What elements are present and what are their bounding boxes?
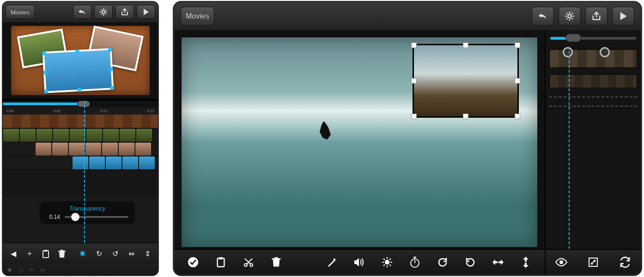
brightness-tool[interactable]: ✺ — [77, 248, 88, 260]
resize-handle[interactable] — [515, 114, 520, 119]
settings-button[interactable] — [94, 5, 113, 19]
magic-wand-icon — [326, 257, 337, 268]
track-divider — [549, 96, 637, 97]
time-ruler: 0:00 0:05 0:10 0:15 — [3, 107, 158, 114]
resize-handle[interactable] — [411, 78, 417, 84]
back-button[interactable]: Movies — [6, 5, 35, 19]
svg-rect-2 — [44, 250, 47, 252]
track-background[interactable] — [3, 114, 158, 128]
confirm-tool[interactable] — [186, 255, 200, 269]
overlay-photo-selected[interactable] — [43, 48, 114, 93]
trash-tool[interactable] — [269, 255, 283, 269]
resize-handle[interactable] — [411, 42, 417, 48]
scrubber[interactable] — [3, 101, 158, 107]
side-track[interactable] — [549, 74, 637, 88]
back-tool[interactable]: ◀ — [7, 248, 19, 260]
video-preview[interactable] — [182, 37, 537, 247]
clipboard-icon — [216, 256, 226, 268]
svg-point-3 — [568, 14, 571, 18]
eye-icon — [555, 258, 568, 266]
clipboard-icon — [42, 249, 50, 259]
player-toolbar — [174, 249, 545, 275]
slider-knob[interactable] — [71, 213, 79, 221]
transparency-panel: Transparency 0.14 — [40, 201, 135, 224]
secondary-toolbar: ◉▢✂▭ — [3, 264, 158, 275]
vflip-icon — [522, 256, 530, 268]
ruler-tick: 0:10 — [100, 109, 108, 113]
hflip-tool[interactable] — [491, 255, 505, 269]
trash-icon — [58, 249, 66, 259]
resize-handle[interactable] — [463, 42, 468, 48]
resize-handle[interactable] — [463, 114, 468, 119]
trim-handle-left[interactable] — [563, 47, 573, 57]
redo-icon: ↻ — [96, 249, 102, 258]
gear-icon — [565, 11, 575, 21]
hflip-tool[interactable]: ⇔ — [126, 248, 137, 260]
ruler-tick: 0:15 — [147, 109, 154, 113]
fullscreen-tool[interactable] — [587, 256, 599, 268]
gear-icon — [99, 8, 108, 16]
resize-handle[interactable] — [515, 78, 520, 84]
track-clip[interactable] — [3, 142, 158, 156]
brightness-tool[interactable] — [380, 255, 394, 269]
tablet-main — [174, 30, 641, 275]
redo-tool[interactable]: ↻ — [93, 248, 105, 260]
side-timeline-column — [545, 30, 641, 275]
phone-topbar: Movies — [3, 2, 158, 22]
trash-tool[interactable] — [56, 248, 67, 260]
sync-icon — [619, 257, 631, 268]
trim-handle-right[interactable] — [600, 47, 610, 57]
brightness-icon — [381, 256, 393, 268]
preview-area[interactable] — [3, 22, 158, 101]
timer-tool[interactable] — [408, 255, 422, 269]
timeline[interactable]: 0:00 0:05 0:10 0:15 Transparency 0.14 — [3, 101, 158, 243]
stopwatch-icon — [409, 256, 420, 268]
collage-overlay[interactable] — [11, 26, 150, 95]
visibility-tool[interactable] — [555, 256, 567, 268]
add-tool[interactable]: ＋ — [24, 248, 35, 260]
ruler-tick: 0:05 — [53, 109, 61, 113]
redo-tool[interactable] — [436, 255, 450, 269]
svg-point-11 — [559, 260, 563, 264]
side-bottom-toolbar — [546, 249, 641, 275]
transparency-slider[interactable] — [65, 216, 128, 218]
svg-rect-6 — [219, 257, 222, 259]
resize-handle[interactable] — [411, 114, 417, 119]
share-button[interactable] — [115, 5, 134, 19]
transparency-value: 0.14 — [46, 214, 60, 220]
scrubber-knob[interactable] — [77, 101, 90, 107]
undo-button[interactable] — [532, 7, 554, 25]
back-button[interactable]: Movies — [181, 7, 214, 25]
svg-rect-1 — [43, 251, 49, 258]
vflip-tool[interactable] — [519, 255, 533, 269]
undo-tool[interactable] — [463, 255, 477, 269]
undo-button[interactable] — [73, 5, 91, 19]
rotate-cw-icon — [437, 257, 448, 268]
svg-point-0 — [102, 11, 105, 13]
resize-handle[interactable] — [515, 42, 520, 48]
play-button[interactable] — [612, 7, 634, 25]
clipboard-tool[interactable] — [40, 248, 51, 260]
share-button[interactable] — [585, 7, 608, 25]
back-icon: ◀ — [11, 249, 16, 258]
side-timeline[interactable] — [546, 47, 641, 249]
pip-overlay[interactable] — [413, 44, 519, 118]
sync-tool[interactable] — [619, 256, 631, 268]
clipboard-tool[interactable] — [214, 255, 228, 269]
share-icon — [591, 12, 601, 21]
track-clip[interactable] — [3, 156, 158, 170]
brightness-icon: ✺ — [79, 249, 85, 258]
track-clip[interactable] — [3, 128, 158, 142]
settings-button[interactable] — [559, 7, 581, 25]
undo-tool[interactable]: ↺ — [109, 248, 121, 260]
cut-tool[interactable] — [242, 255, 255, 269]
play-button[interactable] — [137, 5, 155, 19]
zoom-knob[interactable] — [565, 34, 581, 42]
side-track[interactable] — [549, 49, 637, 68]
zoom-slider[interactable] — [550, 33, 636, 44]
volume-tool[interactable] — [352, 255, 366, 269]
scissors-icon — [243, 257, 254, 268]
vflip-tool[interactable]: ⇕ — [142, 248, 153, 260]
video-subject — [317, 121, 332, 141]
wand-tool[interactable] — [325, 255, 339, 269]
